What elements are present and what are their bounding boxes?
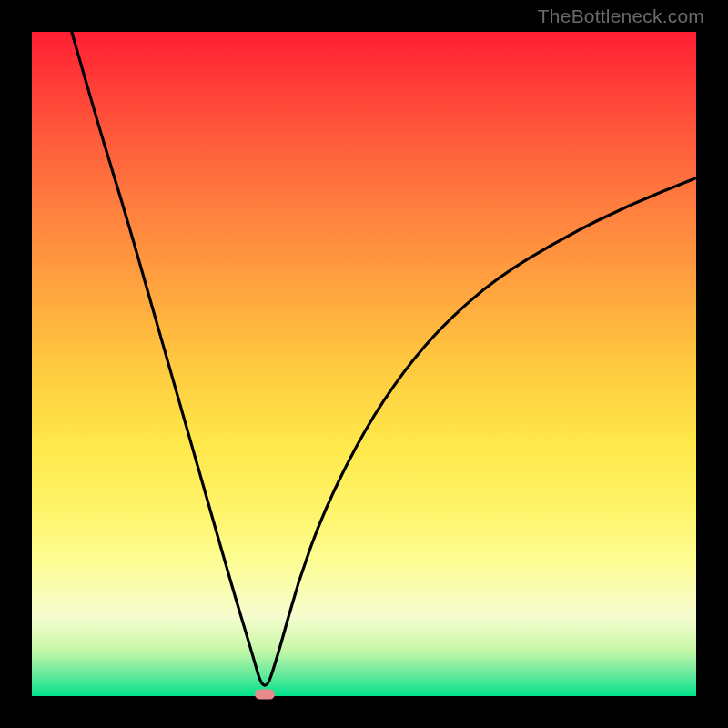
bottleneck-curve bbox=[72, 32, 696, 685]
vertex-marker bbox=[255, 690, 275, 700]
plot-area bbox=[32, 32, 696, 696]
chart-container: TheBottleneck.com bbox=[0, 0, 728, 728]
curve-svg bbox=[32, 32, 696, 696]
watermark-text: TheBottleneck.com bbox=[538, 5, 704, 27]
